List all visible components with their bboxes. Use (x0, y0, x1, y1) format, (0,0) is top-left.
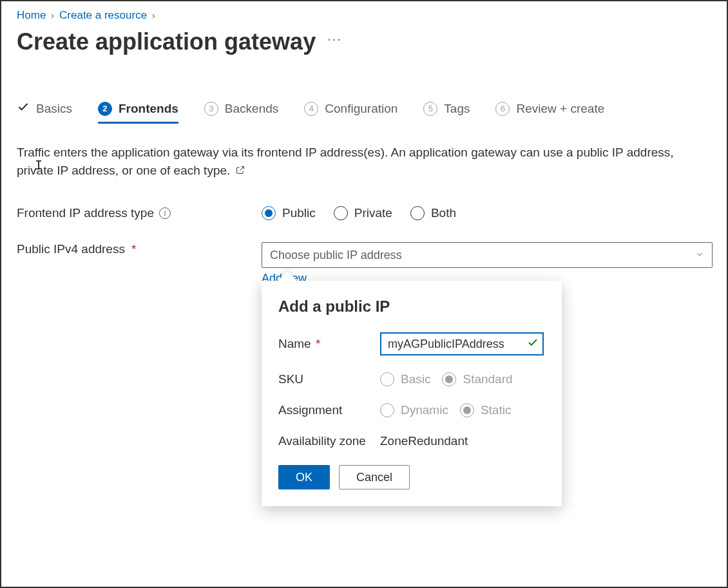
tab-label: Frontends (119, 102, 178, 116)
public-ipv4-select[interactable]: Choose public IP address (262, 242, 713, 268)
tab-configuration[interactable]: 4 Configuration (304, 102, 398, 124)
add-public-ip-flyout: Add a public IP Name * SKU (262, 281, 562, 506)
select-placeholder: Choose public IP address (270, 249, 402, 262)
chevron-down-icon (695, 249, 704, 262)
radio-icon (334, 206, 348, 220)
required-asterisk: * (131, 242, 136, 256)
frontends-description: Traffic enters the application gateway v… (17, 144, 700, 179)
tab-label: Tags (444, 102, 470, 116)
check-icon (17, 100, 30, 117)
radio-sku-standard: Standard (442, 372, 512, 386)
frontend-ip-type-radios: Public Private Both (262, 206, 713, 220)
more-actions-icon[interactable]: ··· (327, 32, 342, 46)
radio-assignment-dynamic: Dynamic (380, 403, 448, 417)
radio-private[interactable]: Private (334, 206, 392, 220)
radio-icon (380, 372, 394, 386)
availability-zone-value: ZoneRedundant (380, 434, 545, 448)
radio-label: Dynamic (401, 403, 448, 417)
radio-public[interactable]: Public (262, 206, 316, 220)
radio-icon (262, 206, 276, 220)
frontend-ip-type-label: Frontend IP address type i (17, 206, 262, 220)
availability-zone-label: Availability zone (278, 434, 380, 448)
required-asterisk: * (316, 337, 320, 350)
radio-label: Both (431, 206, 456, 220)
radio-label: Private (354, 206, 392, 220)
radio-icon (410, 206, 425, 220)
tab-label: Basics (36, 102, 72, 116)
radio-label: Standard (463, 372, 512, 386)
name-label: Name * (278, 337, 380, 351)
radio-assignment-static: Static (460, 403, 512, 417)
page-title: Create application gateway (17, 28, 316, 55)
tab-review-create[interactable]: 6 Review + create (495, 102, 604, 124)
step-number-icon: 5 (423, 102, 437, 116)
info-icon[interactable]: i (159, 207, 171, 219)
description-text: Traffic enters the application gateway v… (17, 146, 674, 177)
public-ipv4-field: Choose public IP address Add new Add a p… (262, 242, 713, 285)
radio-label: Basic (401, 372, 430, 386)
radio-sku-basic: Basic (380, 372, 430, 386)
tab-basics[interactable]: Basics (17, 100, 72, 124)
flyout-title: Add a public IP (278, 298, 545, 316)
chevron-right-icon: › (152, 10, 155, 21)
step-number-icon: 4 (304, 102, 318, 116)
step-number-icon: 2 (98, 102, 112, 116)
step-number-icon: 3 (204, 102, 218, 116)
breadcrumb-create-resource[interactable]: Create a resource (59, 9, 147, 22)
external-link-icon[interactable] (234, 164, 245, 177)
tab-label: Configuration (325, 102, 398, 116)
cancel-button[interactable]: Cancel (339, 465, 410, 489)
wizard-tabs: Basics 2 Frontends 3 Backends 4 Configur… (17, 100, 711, 124)
breadcrumb-home[interactable]: Home (17, 9, 46, 22)
tab-backends[interactable]: 3 Backends (204, 102, 278, 124)
step-number-icon: 6 (495, 102, 510, 116)
tab-label: Review + create (516, 102, 604, 116)
label-text: Name (278, 337, 311, 350)
public-ipv4-label: Public IPv4 address * (17, 242, 262, 256)
radio-label: Static (481, 403, 512, 417)
tab-label: Backends (225, 102, 278, 116)
assignment-label: Assignment (278, 403, 380, 417)
chevron-right-icon: › (51, 10, 54, 21)
label-text: Frontend IP address type (17, 206, 154, 220)
tab-frontends[interactable]: 2 Frontends (98, 102, 178, 124)
sku-label: SKU (278, 372, 380, 386)
radio-icon (460, 403, 474, 417)
radio-label: Public (282, 206, 316, 220)
radio-icon (380, 403, 394, 417)
radio-icon (442, 372, 456, 386)
radio-both[interactable]: Both (410, 206, 456, 220)
name-input[interactable] (380, 332, 544, 356)
ok-button[interactable]: OK (278, 465, 330, 489)
tab-tags[interactable]: 5 Tags (423, 102, 470, 124)
label-text: Public IPv4 address (17, 242, 125, 256)
breadcrumb: Home › Create a resource › (17, 9, 711, 22)
